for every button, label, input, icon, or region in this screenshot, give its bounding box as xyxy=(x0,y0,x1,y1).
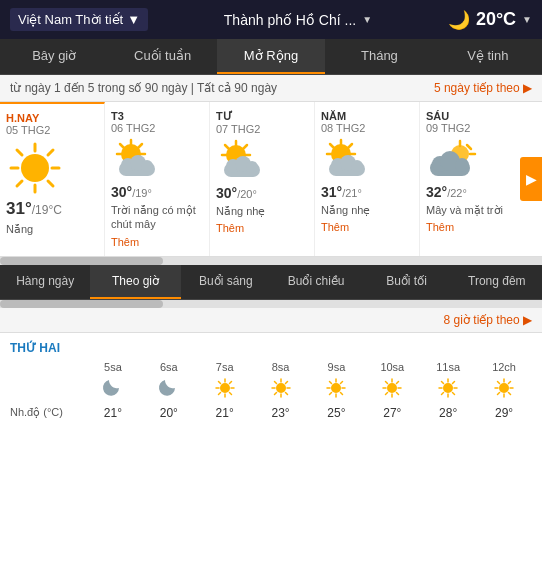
svg-line-70 xyxy=(330,381,332,383)
tab-buoi-chieu[interactable]: Buổi chiều xyxy=(271,265,361,299)
svg-point-92 xyxy=(499,383,509,393)
tab-mo-rong[interactable]: Mở Rộng xyxy=(217,39,325,74)
tab-hang-ngay[interactable]: Hàng ngày xyxy=(0,265,90,299)
tab-thang[interactable]: Tháng xyxy=(325,39,433,74)
day-label-t3: T3 xyxy=(111,110,203,122)
tab-trong-dem[interactable]: Trong đêm xyxy=(452,265,542,299)
scroll-thumb-2 xyxy=(0,300,163,308)
tab-ve-tinh[interactable]: Vệ tinh xyxy=(434,39,542,74)
moon-icon-6sa xyxy=(157,377,181,399)
hour-col-12ch: 12ch xyxy=(476,361,532,402)
svg-point-0 xyxy=(21,154,49,182)
svg-line-90 xyxy=(453,381,455,383)
svg-line-53 xyxy=(229,392,231,394)
day-more-sau[interactable]: Thêm xyxy=(426,221,518,233)
tab-buoi-sang[interactable]: Buổi sáng xyxy=(181,265,271,299)
svg-line-7 xyxy=(48,150,53,155)
sun-icon-8sa xyxy=(269,377,293,399)
sun-icon-7sa xyxy=(213,377,237,399)
hour-label-11sa: 11sa xyxy=(420,361,476,373)
city-selector[interactable]: Thành phố Hồ Chí ... ▼ xyxy=(156,12,440,28)
temp-dropdown-icon: ▼ xyxy=(522,14,532,25)
svg-line-91 xyxy=(442,392,444,394)
day-more-t3[interactable]: Thêm xyxy=(111,236,203,248)
temperature-display: 20°C xyxy=(476,9,516,30)
svg-line-12 xyxy=(120,144,124,148)
day-col-t3[interactable]: T3 06 THG2 30°/19° Trời nắng có một chút xyxy=(105,102,210,256)
day-desc-tu: Nắng nhẹ xyxy=(216,204,308,218)
day-label-tu: TƯ xyxy=(216,110,308,123)
day-label-today: H.NAY xyxy=(6,112,98,124)
day-col-nam[interactable]: NĂM 08 THG2 31°/21° Nắng nhẹ Thêm xyxy=(315,102,420,256)
day-desc-nam: Nắng nhẹ xyxy=(321,203,413,217)
hourly-grid: 5sa 6sa 7sa xyxy=(10,361,532,402)
svg-line-62 xyxy=(285,392,287,394)
svg-line-55 xyxy=(218,392,220,394)
scroll-thumb xyxy=(0,257,163,265)
temp-row-label: Nh.độ (°C) xyxy=(10,406,85,419)
svg-point-65 xyxy=(331,383,341,393)
temp-row: Nh.độ (°C) 21° 20° 21° 23° 25° 27° 28° 2… xyxy=(10,406,532,420)
all-days-link[interactable]: Tất cả 90 ngày xyxy=(197,81,277,95)
svg-line-98 xyxy=(509,392,511,394)
day-temp-nam: 31°/21° xyxy=(321,184,413,200)
horizontal-scrollbar[interactable] xyxy=(0,257,542,265)
temp-10sa: 27° xyxy=(364,406,420,420)
tab-bay-gio[interactable]: Bây giờ xyxy=(0,39,108,74)
svg-point-28 xyxy=(246,161,258,173)
tab-buoi-toi[interactable]: Buổi tối xyxy=(361,265,451,299)
hours-container: 5sa 6sa 7sa xyxy=(85,361,532,402)
svg-line-80 xyxy=(397,392,399,394)
hourly-next-bar[interactable]: 8 giờ tiếp theo ▶ xyxy=(0,308,542,333)
svg-line-100 xyxy=(498,392,500,394)
day-temp-tu: 30°/20° xyxy=(216,185,308,201)
day-col-tu[interactable]: TƯ 07 THG2 30°/20° Nắng nhẹ Thêm xyxy=(210,102,315,256)
hour-col-9sa: 9sa xyxy=(309,361,365,402)
svg-line-13 xyxy=(138,144,142,148)
sun-icon-12ch xyxy=(492,377,516,399)
horizontal-scrollbar-2[interactable] xyxy=(0,300,542,308)
date-range-bar: từ ngày 1 đến 5 trong số 90 ngày | Tất c… xyxy=(0,75,542,102)
location-label: Việt Nam Thời tiết xyxy=(18,12,123,27)
hour-label-9sa: 9sa xyxy=(309,361,365,373)
day-col-today[interactable]: H.NAY 05 THG2 31°/19°C Nắng xyxy=(0,102,105,256)
temp-5sa: 21° xyxy=(85,406,141,420)
temp-values-row: 21° 20° 21° 23° 25° 27° 28° 29° xyxy=(85,406,532,420)
days-wrapper: H.NAY 05 THG2 31°/19°C Nắng xyxy=(0,102,542,257)
hour-label-12ch: 12ch xyxy=(476,361,532,373)
hour-col-10sa: 10sa xyxy=(364,361,420,402)
day-label-nam: NĂM xyxy=(321,110,413,122)
day-date-t3: 06 THG2 xyxy=(111,122,203,134)
svg-line-42 xyxy=(467,145,471,149)
city-label: Thành phố Hồ Chí ... xyxy=(224,12,356,28)
svg-line-99 xyxy=(509,381,511,383)
day-more-tu[interactable]: Thêm xyxy=(216,222,308,234)
day-date-today: 05 THG2 xyxy=(6,124,98,136)
hourly-section: THỨ HAI 5sa 6sa 7sa xyxy=(0,333,542,426)
svg-line-82 xyxy=(386,392,388,394)
day-temp-t3: 30°/19° xyxy=(111,184,203,200)
next-days-button[interactable]: 5 ngày tiếp theo ▶ xyxy=(434,81,532,95)
svg-point-18 xyxy=(141,160,153,172)
day-date-tu: 07 THG2 xyxy=(216,123,308,135)
hour-col-6sa: 6sa xyxy=(141,361,197,402)
hour-label-8sa: 8sa xyxy=(253,361,309,373)
hourly-next-label: 8 giờ tiếp theo ▶ xyxy=(444,313,532,327)
hour-label-10sa: 10sa xyxy=(364,361,420,373)
day-desc-t3: Trời nắng có một chút mây xyxy=(111,203,203,232)
next-days-arrow-button[interactable]: ▶ xyxy=(520,157,542,201)
day-temp-sau: 32°/22° xyxy=(426,184,518,200)
svg-point-38 xyxy=(351,160,363,172)
day-more-nam[interactable]: Thêm xyxy=(321,221,413,233)
sun-icon-9sa xyxy=(324,377,348,399)
svg-point-74 xyxy=(387,383,397,393)
location-selector[interactable]: Việt Nam Thời tiết ▼ xyxy=(10,8,148,31)
svg-line-33 xyxy=(348,144,352,148)
tab-cuoi-tuan[interactable]: Cuối tuần xyxy=(108,39,216,74)
tab-theo-gio[interactable]: Theo giờ xyxy=(90,265,180,299)
day-desc-today: Nắng xyxy=(6,222,98,236)
svg-point-56 xyxy=(276,383,286,393)
moon-icon-5sa xyxy=(101,377,125,399)
hour-label-spacer xyxy=(10,361,85,402)
date-range-text: từ ngày 1 đến 5 trong số 90 ngày | Tất c… xyxy=(10,81,277,95)
